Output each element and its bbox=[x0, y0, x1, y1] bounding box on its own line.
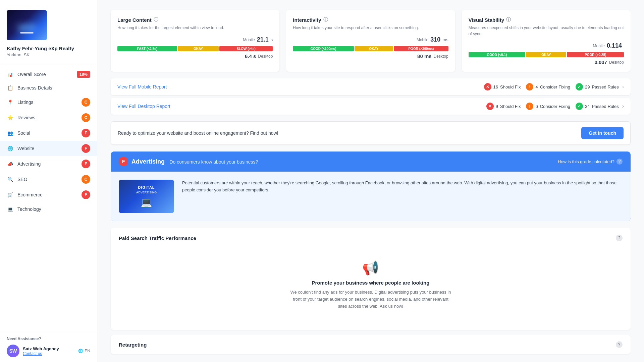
seo-badge: C bbox=[82, 175, 90, 184]
metric-mobile-value-large-content: Mobile 21.1 s bbox=[117, 36, 273, 43]
advertising-body: DIGITAL ADVERTISING 💻 Potential customer… bbox=[111, 172, 631, 221]
sidebar-item-ecommerce[interactable]: 🛒EcommerceF bbox=[0, 187, 97, 202]
mobile-label: Mobile bbox=[593, 44, 605, 48]
listings-icon: 📍 bbox=[7, 99, 13, 106]
sidebar-item-technology[interactable]: 💻Technology bbox=[0, 202, 97, 216]
desktop-report-badges: ✕ 9 Should Fix ! 6 Consider Fixing ✓ 34 … bbox=[486, 103, 619, 110]
agent-details: Satz Web Agency Contact us bbox=[23, 346, 59, 356]
sidebar-item-label-technology: Technology bbox=[17, 206, 90, 212]
overall-score-badge: 18% bbox=[77, 71, 90, 78]
mobile-report-row[interactable]: View Full Mobile Report ✕ 16 Should Fix … bbox=[111, 78, 631, 95]
adv-image-text: DIGITAL bbox=[138, 185, 155, 189]
speed-bar-interactivity: GOOD (<100ms)OKAYPOOR (>300ms) bbox=[293, 46, 448, 51]
metric-desc-large-content: How long it takes for the largest elemen… bbox=[117, 25, 273, 31]
advertising-header-left: F Advertising Do consumers know about yo… bbox=[119, 157, 258, 166]
sidebar-item-website[interactable]: 🌐WebsiteF bbox=[0, 141, 97, 156]
sidebar-item-listings[interactable]: 📍ListingsC bbox=[0, 95, 97, 110]
mobile-value: 0.114 bbox=[607, 42, 622, 49]
mobile-consider-fixing: ! 4 Consider Fixing bbox=[526, 83, 570, 90]
sidebar-item-seo[interactable]: 🔍SEOC bbox=[0, 172, 97, 187]
metric-card-large-content: Large Content ⓘ How long it takes for th… bbox=[111, 10, 279, 72]
sidebar-item-reviews[interactable]: ⭐ReviewsC bbox=[0, 110, 97, 125]
retargeting-help-icon: ? bbox=[616, 341, 623, 348]
metric-title-interactivity: Interactivity ⓘ bbox=[293, 17, 448, 23]
info-icon-interactivity[interactable]: ⓘ bbox=[323, 17, 328, 23]
desktop-report-row[interactable]: View Full Desktop Report ✕ 9 Should Fix … bbox=[111, 98, 631, 115]
mobile-passed: ✓ 29 Passed Rules bbox=[576, 83, 619, 90]
ecommerce-badge: F bbox=[82, 190, 90, 199]
paid-search-title: Paid Search Traffic Performance bbox=[119, 235, 196, 241]
desktop-passed-icon: ✓ bbox=[576, 103, 583, 110]
chevron-down-icon-desktop: › bbox=[622, 103, 624, 109]
paid-search-empty-state: 📢 Promote your business where people are… bbox=[119, 247, 623, 323]
desktop-label: Desktop bbox=[609, 60, 624, 65]
desktop-label: Desktop bbox=[258, 54, 273, 59]
advertising-subtitle: Do consumers know about your business? bbox=[169, 159, 258, 165]
sidebar-item-overall-score[interactable]: 📊Overall Score18% bbox=[0, 68, 97, 81]
agent-avatar: SW bbox=[7, 345, 19, 357]
sidebar-item-label-seo: SEO bbox=[17, 177, 82, 182]
desktop-should-fix: ✕ 9 Should Fix bbox=[486, 103, 521, 110]
desktop-value: 6.4 s bbox=[245, 53, 256, 59]
speed-segment-1: OKAY bbox=[526, 52, 566, 57]
speed-segment-1: OKAY bbox=[355, 46, 393, 51]
retargeting-title: Retargeting bbox=[119, 342, 147, 348]
desktop-should-fix-label: Should Fix bbox=[500, 104, 521, 109]
paid-search-section: Paid Search Traffic Performance ? 📢 Prom… bbox=[111, 228, 631, 330]
business-location: Yorkton, SK bbox=[7, 52, 90, 57]
metric-mobile-value-visual-stability: Mobile 0.114 bbox=[469, 42, 624, 49]
advertising-image: DIGITAL ADVERTISING 💻 bbox=[119, 180, 174, 213]
advertising-header: F Advertising Do consumers know about yo… bbox=[111, 152, 631, 172]
listings-badge: C bbox=[82, 98, 90, 107]
sidebar: Kathy Fehr-Yung eXp Realty Yorkton, SK 📊… bbox=[0, 0, 97, 362]
how-calculated-button[interactable]: How is this grade calculated? ? bbox=[558, 159, 623, 165]
info-icon-visual-stability[interactable]: ⓘ bbox=[506, 17, 511, 23]
sidebar-item-business-details[interactable]: 📋Business Details bbox=[0, 81, 97, 95]
speed-segment-0: GOOD (<0.1) bbox=[469, 52, 526, 57]
retargeting-row[interactable]: Retargeting ? bbox=[111, 335, 631, 354]
info-icon-large-content[interactable]: ⓘ bbox=[154, 17, 158, 23]
advertising-titles: Advertising Do consumers know about your… bbox=[131, 158, 258, 165]
desktop-passed-label: Passed Rules bbox=[592, 104, 619, 109]
advertising-icon: 📣 bbox=[7, 161, 13, 167]
advertising-section: F Advertising Do consumers know about yo… bbox=[111, 152, 631, 221]
agent-contact[interactable]: Contact us bbox=[23, 351, 59, 356]
paid-search-title-row: Paid Search Traffic Performance ? bbox=[119, 235, 623, 241]
speed-segment-2: POOR (>0.25) bbox=[567, 52, 624, 57]
mobile-passed-count: 29 bbox=[585, 84, 590, 89]
metric-card-interactivity: Interactivity ⓘ How long it takes your s… bbox=[286, 10, 455, 72]
speed-segment-2: SLOW (>4s) bbox=[219, 46, 273, 51]
desktop-consider-count: 6 bbox=[535, 104, 538, 109]
sidebar-item-social[interactable]: 👥SocialF bbox=[0, 125, 97, 141]
speed-bar-large-content: FAST (<2.5s)OKAYSLOW (>4s) bbox=[117, 46, 273, 51]
desktop-consider-fixing: ! 6 Consider Fixing bbox=[526, 103, 570, 110]
business-name: Kathy Fehr-Yung eXp Realty bbox=[7, 46, 90, 51]
desktop-should-fix-count: 9 bbox=[496, 104, 498, 109]
get-in-touch-button[interactable]: Get in touch bbox=[581, 127, 624, 139]
desktop-passed-count: 34 bbox=[585, 104, 590, 109]
assistance-info: SW Satz Web Agency Contact us 🌐 EN bbox=[7, 345, 90, 357]
metric-title-text: Visual Stability bbox=[469, 17, 504, 23]
sidebar-item-label-reviews: Reviews bbox=[17, 115, 82, 120]
mobile-unit: s bbox=[271, 37, 273, 42]
passed-icon: ✓ bbox=[576, 83, 583, 90]
mobile-report-link[interactable]: View Full Mobile Report bbox=[117, 84, 484, 89]
sidebar-item-advertising[interactable]: 📣AdvertisingF bbox=[0, 156, 97, 172]
laptop-icon: 💻 bbox=[141, 197, 152, 208]
mobile-value: 310 bbox=[430, 36, 440, 43]
mobile-should-fix-label: Should Fix bbox=[500, 84, 521, 89]
megaphone-icon: 📢 bbox=[362, 260, 379, 276]
language-button[interactable]: 🌐 EN bbox=[78, 349, 90, 353]
empty-description: We couldn't find any ads for your busine… bbox=[290, 289, 451, 310]
desktop-report-link[interactable]: View Full Desktop Report bbox=[117, 104, 486, 109]
ecommerce-icon: 🛒 bbox=[7, 191, 13, 198]
report-section: View Full Mobile Report ✕ 16 Should Fix … bbox=[111, 78, 631, 115]
how-calculated-text: How is this grade calculated? bbox=[558, 159, 614, 164]
sidebar-item-label-ecommerce: Ecommerce bbox=[17, 192, 82, 197]
website-badge: F bbox=[82, 144, 90, 153]
assistance-agent: SW Satz Web Agency Contact us bbox=[7, 345, 59, 357]
sidebar-item-label-listings: Listings bbox=[17, 100, 82, 105]
desktop-should-fix-icon: ✕ bbox=[486, 103, 494, 110]
sidebar-assistance: Need Assistance? SW Satz Web Agency Cont… bbox=[0, 331, 97, 362]
metric-mobile-value-interactivity: Mobile 310 ms bbox=[293, 36, 448, 43]
